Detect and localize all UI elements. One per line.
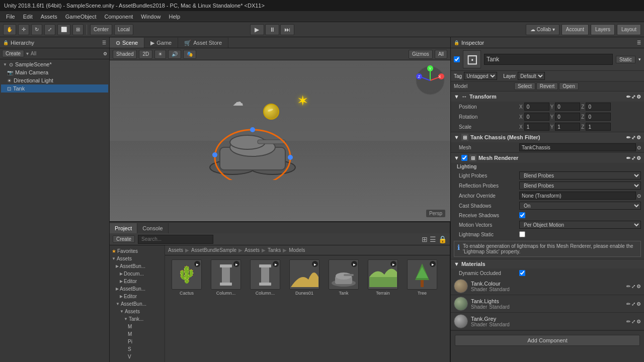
asset-dunes[interactable]: ▶ Dunes01 [287, 259, 322, 296]
transform-menu-icon[interactable]: ⚙ [636, 94, 641, 100]
hierarchy-item-maincamera[interactable]: 📷 Main Camera [1, 68, 108, 76]
menu-component[interactable]: Component [100, 13, 137, 21]
asset-play-icon2[interactable]: ▶ [233, 261, 239, 267]
menu-gameobject[interactable]: GameObject [61, 13, 101, 21]
light-probes-dropdown[interactable]: Blend Probes [519, 171, 641, 179]
object-name-field[interactable] [484, 54, 613, 65]
mat-lights-edit[interactable]: ✏ [626, 301, 630, 307]
material-tank-lights[interactable]: Tank.Lights Shader Standard ✏ ⤢ ⚙ [451, 295, 644, 313]
gizmos-btn[interactable]: Gizmos [409, 50, 433, 59]
tab-scene[interactable]: ⊙ Scene [110, 38, 144, 48]
layout-button[interactable]: Layout [617, 24, 641, 35]
position-y-field[interactable] [555, 103, 580, 111]
materials-header[interactable]: ▼ Materials [451, 259, 644, 268]
asset-play-icon7[interactable]: ▶ [430, 261, 436, 267]
tab-assetstore[interactable]: 🛒 Asset Store [178, 38, 228, 48]
effects-toggle[interactable]: 🎭 [183, 50, 196, 59]
transform-edit-icon[interactable]: ✏ [626, 94, 630, 100]
menu-edit[interactable]: Edit [19, 13, 37, 21]
tree-m2[interactable]: M [110, 330, 165, 338]
play-button[interactable]: ▶ [250, 24, 264, 35]
transform-expand-icon[interactable]: ⤢ [631, 94, 635, 100]
model-open-btn[interactable]: Open [559, 82, 578, 90]
hand-tool[interactable]: ✋ [3, 24, 16, 35]
asset-play-icon3[interactable]: ▶ [273, 261, 279, 267]
add-component-button[interactable]: Add Component [455, 335, 640, 346]
menu-file[interactable]: File [2, 13, 19, 21]
motion-vectors-dropdown[interactable]: Per Object Motion [519, 221, 641, 229]
tree-m1[interactable]: M [110, 323, 165, 330]
center-toggle[interactable]: Center [90, 24, 112, 35]
object-active-checkbox[interactable] [454, 56, 460, 62]
rotation-y-field[interactable] [555, 113, 580, 121]
mat-lights-menu[interactable]: ⚙ [636, 301, 641, 307]
asset-column1[interactable]: ▶ Column... [208, 259, 244, 296]
anchor-override-field[interactable] [519, 192, 636, 200]
rotation-z-field[interactable] [586, 113, 611, 121]
project-expand-icon[interactable]: ☰ [430, 235, 436, 243]
tab-console[interactable]: Console [137, 223, 168, 233]
scale-z-field[interactable] [586, 123, 611, 131]
rotate-tool[interactable]: ↻ [31, 24, 42, 35]
tree-editor1[interactable]: ▶ Editor [110, 278, 165, 285]
asset-play-icon6[interactable]: ▶ [390, 261, 396, 267]
scale-y-field[interactable] [555, 123, 580, 131]
hierarchy-create-btn[interactable]: Create [2, 50, 24, 57]
tree-assets[interactable]: ▼ Assets [110, 255, 165, 262]
position-z-field[interactable] [586, 103, 611, 111]
mat-colour-edit[interactable]: ✏ [626, 284, 630, 289]
mr-menu-icon[interactable]: ⚙ [636, 155, 641, 161]
lightmap-static-checkbox[interactable] [519, 231, 525, 237]
project-lock-icon[interactable]: 🔒 [438, 235, 447, 243]
asset-tank[interactable]: ▶ Tank [326, 259, 361, 296]
model-revert-btn[interactable]: Revert [536, 82, 558, 90]
mat-colour-expand[interactable]: ⤢ [631, 284, 635, 289]
tree-s[interactable]: S [110, 345, 165, 353]
asset-cactus[interactable]: 🌵 ▶ Cactus [169, 259, 204, 296]
tree-v[interactable]: V [110, 353, 165, 360]
layers-button[interactable]: Layers [591, 24, 615, 35]
2d-toggle[interactable]: 2D [139, 50, 152, 59]
shading-dropdown[interactable]: Shaded [113, 50, 137, 59]
material-tank-colour[interactable]: Tank.Colour Shader Standard ✏ ⤢ ⚙ [451, 278, 644, 295]
tree-assetbun3[interactable]: ▼ AssetBun... [110, 300, 165, 308]
model-select-btn[interactable]: Select [514, 82, 535, 90]
reflection-probes-dropdown[interactable]: Blend Probes [519, 182, 641, 190]
project-search[interactable] [138, 235, 213, 244]
hierarchy-item-samplescene[interactable]: ▼ ⊙ SampleScene* [1, 60, 108, 68]
asset-play-icon[interactable]: ▶ [194, 261, 200, 267]
hierarchy-lock[interactable]: 🔒 [3, 40, 9, 45]
breadcrumb-item-tanks[interactable]: Tanks [268, 247, 281, 253]
asset-terrain[interactable]: ▶ Terrain [365, 259, 400, 296]
collab-button[interactable]: ☁ Collab ▾ [526, 24, 559, 35]
static-dropdown-icon[interactable]: ▾ [638, 57, 641, 62]
project-view-icon[interactable]: ⊞ [422, 235, 428, 243]
tab-project[interactable]: Project [110, 223, 137, 233]
menu-assets[interactable]: Assets [37, 13, 61, 21]
tree-editor2[interactable]: ▶ Editor [110, 293, 165, 300]
asset-play-icon4[interactable]: ▶ [312, 261, 318, 267]
hierarchy-item-tank[interactable]: ⊡ Tank [1, 84, 108, 93]
tree-docum[interactable]: ▶ Docum... [110, 270, 165, 278]
menu-window[interactable]: Window [137, 13, 165, 21]
hierarchy-options[interactable]: ⚙ [103, 51, 107, 56]
tree-favorites[interactable]: ★ Favorites [110, 247, 165, 255]
mr-edit-icon[interactable]: ✏ [626, 155, 630, 161]
scale-x-field[interactable] [524, 123, 549, 131]
mat-grey-edit[interactable]: ✏ [626, 319, 630, 324]
transform-header[interactable]: ▼ ↔ Transform ✏ ⤢ ⚙ [451, 92, 644, 102]
dynamic-occluded-checkbox[interactable] [519, 270, 525, 276]
pause-button[interactable]: ⏸ [265, 24, 279, 35]
tree-assetbun1[interactable]: ▶ AssetBun... [110, 262, 165, 270]
mat-grey-expand[interactable]: ⤢ [631, 319, 635, 324]
inspector-lock-icon[interactable]: 🔒 [454, 40, 459, 45]
rect-tool[interactable]: ⬜ [57, 24, 70, 35]
mat-grey-menu[interactable]: ⚙ [636, 319, 641, 324]
mr-active-checkbox[interactable] [461, 155, 467, 161]
scale-tool[interactable]: ⤢ [44, 24, 55, 35]
menu-help[interactable]: Help [165, 13, 184, 21]
account-button[interactable]: Account [561, 24, 589, 35]
anchor-select-icon[interactable]: ⊙ [637, 193, 641, 199]
mr-expand-icon[interactable]: ⤢ [631, 155, 635, 161]
asset-tree[interactable]: ▶ Tree [405, 259, 440, 296]
